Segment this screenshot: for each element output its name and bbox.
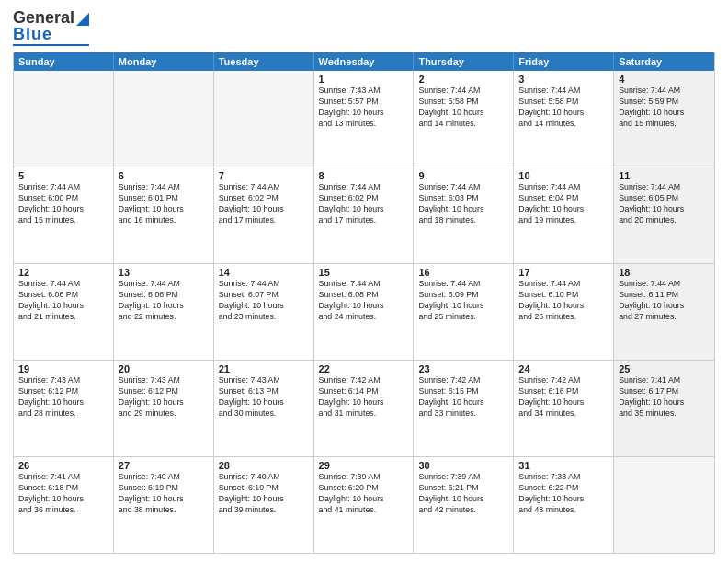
cell-info: Sunrise: 7:44 AM Sunset: 6:02 PM Dayligh… — [219, 182, 309, 226]
cell-info: Sunrise: 7:44 AM Sunset: 6:11 PM Dayligh… — [619, 279, 710, 323]
calendar-week: 5Sunrise: 7:44 AM Sunset: 6:00 PM Daylig… — [14, 167, 714, 264]
day-of-week-header: Wednesday — [314, 52, 415, 71]
calendar-cell: 12Sunrise: 7:44 AM Sunset: 6:06 PM Dayli… — [14, 264, 114, 360]
day-number: 12 — [18, 267, 108, 278]
logo-underline — [13, 44, 89, 46]
day-number: 17 — [518, 267, 609, 278]
day-of-week-header: Sunday — [14, 52, 114, 71]
day-of-week-header: Monday — [114, 52, 214, 71]
header: General Blue — [13, 9, 715, 46]
cell-info: Sunrise: 7:44 AM Sunset: 5:58 PM Dayligh… — [518, 86, 609, 130]
calendar-cell: 1Sunrise: 7:43 AM Sunset: 5:57 PM Daylig… — [314, 71, 415, 167]
day-of-week-header: Friday — [514, 52, 614, 71]
calendar-cell — [114, 71, 214, 167]
cell-info: Sunrise: 7:44 AM Sunset: 6:05 PM Dayligh… — [619, 182, 710, 226]
day-number: 30 — [418, 460, 508, 471]
calendar-cell: 26Sunrise: 7:41 AM Sunset: 6:18 PM Dayli… — [14, 457, 114, 553]
day-number: 21 — [219, 363, 309, 374]
calendar-cell: 28Sunrise: 7:40 AM Sunset: 6:19 PM Dayli… — [214, 457, 314, 553]
day-number: 7 — [219, 170, 309, 181]
calendar-cell: 6Sunrise: 7:44 AM Sunset: 6:01 PM Daylig… — [114, 167, 214, 263]
day-number: 1 — [319, 74, 409, 85]
day-number: 31 — [518, 460, 609, 471]
calendar-cell: 27Sunrise: 7:40 AM Sunset: 6:19 PM Dayli… — [114, 457, 214, 553]
cell-info: Sunrise: 7:44 AM Sunset: 6:02 PM Dayligh… — [319, 182, 409, 226]
cell-info: Sunrise: 7:44 AM Sunset: 6:06 PM Dayligh… — [119, 279, 209, 323]
cell-info: Sunrise: 7:39 AM Sunset: 6:20 PM Dayligh… — [319, 472, 409, 516]
svg-marker-0 — [76, 13, 89, 26]
day-number: 13 — [119, 267, 209, 278]
day-number: 14 — [219, 267, 309, 278]
cell-info: Sunrise: 7:44 AM Sunset: 5:58 PM Dayligh… — [418, 86, 508, 130]
day-number: 24 — [518, 363, 609, 374]
day-of-week-header: Thursday — [414, 52, 514, 71]
calendar-header: SundayMondayTuesdayWednesdayThursdayFrid… — [14, 52, 714, 71]
calendar-cell: 18Sunrise: 7:44 AM Sunset: 6:11 PM Dayli… — [614, 264, 714, 360]
day-of-week-header: Saturday — [614, 52, 714, 71]
calendar-week: 1Sunrise: 7:43 AM Sunset: 5:57 PM Daylig… — [14, 71, 714, 167]
cell-info: Sunrise: 7:41 AM Sunset: 6:17 PM Dayligh… — [619, 375, 710, 419]
calendar-cell: 16Sunrise: 7:44 AM Sunset: 6:09 PM Dayli… — [414, 264, 514, 360]
calendar-cell — [214, 71, 314, 167]
calendar: SundayMondayTuesdayWednesdayThursdayFrid… — [13, 52, 715, 554]
day-number: 5 — [18, 170, 108, 181]
calendar-cell: 2Sunrise: 7:44 AM Sunset: 5:58 PM Daylig… — [414, 71, 514, 167]
cell-info: Sunrise: 7:44 AM Sunset: 6:09 PM Dayligh… — [418, 279, 508, 323]
calendar-cell: 21Sunrise: 7:43 AM Sunset: 6:13 PM Dayli… — [214, 361, 314, 456]
day-number: 28 — [219, 460, 309, 471]
calendar-week: 19Sunrise: 7:43 AM Sunset: 6:12 PM Dayli… — [14, 361, 714, 457]
calendar-week: 26Sunrise: 7:41 AM Sunset: 6:18 PM Dayli… — [14, 457, 714, 553]
day-number: 10 — [518, 170, 609, 181]
calendar-cell: 13Sunrise: 7:44 AM Sunset: 6:06 PM Dayli… — [114, 264, 214, 360]
logo-triangle-icon — [76, 9, 89, 26]
day-number: 27 — [119, 460, 209, 471]
calendar-cell: 17Sunrise: 7:44 AM Sunset: 6:10 PM Dayli… — [514, 264, 614, 360]
calendar-week: 12Sunrise: 7:44 AM Sunset: 6:06 PM Dayli… — [14, 264, 714, 361]
calendar-cell — [614, 457, 714, 553]
day-number: 22 — [319, 363, 409, 374]
cell-info: Sunrise: 7:40 AM Sunset: 6:19 PM Dayligh… — [219, 472, 309, 516]
day-number: 8 — [319, 170, 409, 181]
day-number: 16 — [418, 267, 508, 278]
calendar-cell: 24Sunrise: 7:42 AM Sunset: 6:16 PM Dayli… — [514, 361, 614, 456]
cell-info: Sunrise: 7:42 AM Sunset: 6:16 PM Dayligh… — [518, 375, 609, 419]
day-number: 19 — [18, 363, 108, 374]
day-number: 29 — [319, 460, 409, 471]
day-number: 4 — [619, 74, 710, 85]
calendar-cell: 22Sunrise: 7:42 AM Sunset: 6:14 PM Dayli… — [314, 361, 415, 456]
day-number: 11 — [619, 170, 710, 181]
logo-general-text: General — [13, 9, 74, 26]
calendar-cell: 5Sunrise: 7:44 AM Sunset: 6:00 PM Daylig… — [14, 167, 114, 263]
cell-info: Sunrise: 7:44 AM Sunset: 6:07 PM Dayligh… — [219, 279, 309, 323]
cell-info: Sunrise: 7:44 AM Sunset: 6:04 PM Dayligh… — [518, 182, 609, 226]
calendar-cell — [14, 71, 114, 167]
calendar-cell: 20Sunrise: 7:43 AM Sunset: 6:12 PM Dayli… — [114, 361, 214, 456]
calendar-cell: 9Sunrise: 7:44 AM Sunset: 6:03 PM Daylig… — [414, 167, 514, 263]
cell-info: Sunrise: 7:41 AM Sunset: 6:18 PM Dayligh… — [18, 472, 108, 516]
cell-info: Sunrise: 7:38 AM Sunset: 6:22 PM Dayligh… — [518, 472, 609, 516]
calendar-cell: 31Sunrise: 7:38 AM Sunset: 6:22 PM Dayli… — [514, 457, 614, 553]
calendar-cell: 11Sunrise: 7:44 AM Sunset: 6:05 PM Dayli… — [614, 167, 714, 263]
day-of-week-header: Tuesday — [214, 52, 314, 71]
day-number: 18 — [619, 267, 710, 278]
day-number: 26 — [18, 460, 108, 471]
day-number: 6 — [119, 170, 209, 181]
cell-info: Sunrise: 7:44 AM Sunset: 6:10 PM Dayligh… — [518, 279, 609, 323]
calendar-cell: 4Sunrise: 7:44 AM Sunset: 5:59 PM Daylig… — [614, 71, 714, 167]
calendar-cell: 10Sunrise: 7:44 AM Sunset: 6:04 PM Dayli… — [514, 167, 614, 263]
day-number: 20 — [119, 363, 209, 374]
logo: General Blue — [13, 9, 89, 46]
calendar-cell: 19Sunrise: 7:43 AM Sunset: 6:12 PM Dayli… — [14, 361, 114, 456]
calendar-cell: 30Sunrise: 7:39 AM Sunset: 6:21 PM Dayli… — [414, 457, 514, 553]
cell-info: Sunrise: 7:42 AM Sunset: 6:15 PM Dayligh… — [418, 375, 508, 419]
cell-info: Sunrise: 7:44 AM Sunset: 6:00 PM Dayligh… — [18, 182, 108, 226]
cell-info: Sunrise: 7:42 AM Sunset: 6:14 PM Dayligh… — [319, 375, 409, 419]
calendar-cell: 23Sunrise: 7:42 AM Sunset: 6:15 PM Dayli… — [414, 361, 514, 456]
cell-info: Sunrise: 7:43 AM Sunset: 6:12 PM Dayligh… — [119, 375, 209, 419]
day-number: 23 — [418, 363, 508, 374]
cell-info: Sunrise: 7:43 AM Sunset: 6:12 PM Dayligh… — [18, 375, 108, 419]
calendar-cell: 25Sunrise: 7:41 AM Sunset: 6:17 PM Dayli… — [614, 361, 714, 456]
calendar-cell: 3Sunrise: 7:44 AM Sunset: 5:58 PM Daylig… — [514, 71, 614, 167]
cell-info: Sunrise: 7:44 AM Sunset: 6:08 PM Dayligh… — [319, 279, 409, 323]
day-number: 9 — [418, 170, 508, 181]
